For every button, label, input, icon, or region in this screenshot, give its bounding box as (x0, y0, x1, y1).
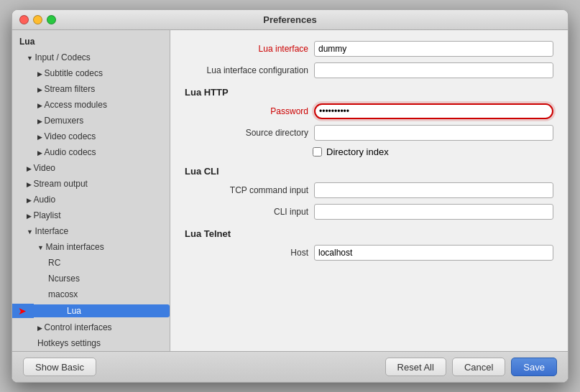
tcp-command-input[interactable] (314, 182, 553, 198)
lua-interface-label: Lua interface (185, 44, 314, 54)
sidebar-item-video-codecs[interactable]: Video codecs (12, 129, 170, 144)
sidebar-item-stream-output[interactable]: Stream output (12, 176, 170, 192)
titlebar: Preferences (12, 10, 568, 30)
sidebar-item-label: Stream output (12, 177, 170, 190)
main-panel: Lua interface Lua interface configuratio… (170, 30, 568, 351)
sidebar-item-audio[interactable]: Audio (12, 192, 170, 207)
sidebar-item-label: Stream filters (12, 83, 170, 95)
tcp-command-row: TCP command input (185, 182, 553, 198)
preferences-window: Preferences Lua Input / Codecs Subtitle … (11, 9, 569, 383)
cli-input-row: CLI input (185, 204, 553, 220)
sidebar-item-stream-filters[interactable]: Stream filters (12, 81, 170, 97)
minimize-button[interactable] (33, 15, 42, 24)
sidebar-item-interface[interactable]: Interface (12, 223, 170, 239)
sidebar-item-label: Lua (31, 304, 170, 317)
sidebar-item-label: Playlist (12, 209, 170, 222)
sidebar-item-main-interfaces[interactable]: Main interfaces (12, 239, 170, 255)
sidebar-item-ncurses[interactable]: Ncurses (12, 271, 170, 286)
sidebar-item-video[interactable]: Video (12, 160, 170, 176)
host-input[interactable] (314, 245, 553, 261)
directory-index-row: Directory index (305, 146, 553, 157)
sidebar-item-subtitle-codecs[interactable]: Subtitle codecs (12, 65, 170, 81)
reset-all-button[interactable]: Reset All (385, 358, 446, 376)
lua-interface-row: Lua interface (185, 41, 553, 57)
sidebar-item-label: Access modules (12, 98, 170, 111)
sidebar-item-hotkeys[interactable]: Hotkeys settings (12, 335, 170, 351)
sidebar-item-label: Input / Codecs (12, 51, 170, 64)
cli-input-label: CLI input (185, 207, 314, 217)
window-controls[interactable] (19, 15, 56, 24)
sidebar-item-label: Hotkeys settings (12, 337, 170, 350)
sidebar-item-input-codecs[interactable]: Input / Codecs (12, 50, 170, 65)
lua-interface-config-label: Lua interface configuration (185, 65, 314, 75)
sidebar-item-demuxers[interactable]: Demuxers (12, 113, 170, 129)
lua-http-section-title: Lua HTTP (185, 87, 553, 98)
directory-index-label: Directory index (326, 146, 389, 157)
sidebar-item-control-interfaces[interactable]: Control interfaces (12, 319, 170, 335)
sidebar-item-access-modules[interactable]: Access modules (12, 97, 170, 113)
sidebar-item-label: Interface (12, 225, 170, 238)
save-button[interactable]: Save (511, 358, 557, 376)
source-dir-row: Source directory (185, 125, 553, 141)
lua-cli-section-title: Lua CLI (185, 166, 553, 177)
lua-interface-config-input[interactable] (314, 62, 553, 78)
cli-input-field[interactable] (314, 204, 553, 220)
sidebar-section-title: Lua (12, 34, 170, 50)
sidebar-item-label: Audio codecs (12, 146, 170, 159)
source-dir-label: Source directory (185, 128, 314, 138)
host-row: Host (185, 245, 553, 261)
content-area: Lua Input / Codecs Subtitle codecs Strea… (12, 30, 568, 351)
show-basic-button[interactable]: Show Basic (23, 358, 96, 376)
host-label: Host (185, 248, 314, 258)
password-label: Password (185, 106, 314, 116)
sidebar-item-label: Subtitle codecs (12, 67, 170, 80)
sidebar-item-label: Main interfaces (12, 241, 170, 253)
cancel-button[interactable]: Cancel (452, 358, 505, 376)
footer-left: Show Basic (23, 358, 96, 376)
source-dir-input[interactable] (314, 125, 553, 141)
maximize-button[interactable] (47, 15, 56, 24)
password-input[interactable] (314, 103, 553, 119)
directory-index-checkbox[interactable] (313, 147, 322, 157)
sidebar-item-label: Audio (12, 193, 170, 206)
sidebar-item-lua[interactable]: ➤ Lua (12, 302, 170, 319)
sidebar-item-label: Video codecs (12, 130, 170, 143)
sidebar-item-macosx[interactable]: macosx (12, 286, 170, 302)
sidebar-item-audio-codecs[interactable]: Audio codecs (12, 144, 170, 160)
tcp-command-label: TCP command input (185, 185, 314, 195)
lua-interface-config-row: Lua interface configuration (185, 62, 553, 78)
sidebar-item-label: Ncurses (12, 272, 170, 285)
sidebar: Lua Input / Codecs Subtitle codecs Strea… (12, 30, 170, 351)
sidebar-item-label: Control interfaces (12, 321, 170, 334)
footer-right: Reset All Cancel Save (385, 358, 557, 376)
lua-telnet-section-title: Lua Telnet (185, 228, 553, 239)
window-title: Preferences (263, 14, 316, 25)
sidebar-item-label: Video (12, 162, 170, 174)
password-row: Password (185, 103, 553, 119)
sidebar-item-playlist[interactable]: Playlist (12, 207, 170, 223)
sidebar-item-label: macosx (12, 288, 170, 301)
lua-interface-input[interactable] (314, 41, 553, 57)
sidebar-item-rc[interactable]: RC (12, 255, 170, 271)
sidebar-item-label: Demuxers (12, 114, 170, 127)
footer: Show Basic Reset All Cancel Save (12, 351, 568, 382)
close-button[interactable] (19, 15, 29, 24)
sidebar-item-label: RC (12, 256, 170, 269)
